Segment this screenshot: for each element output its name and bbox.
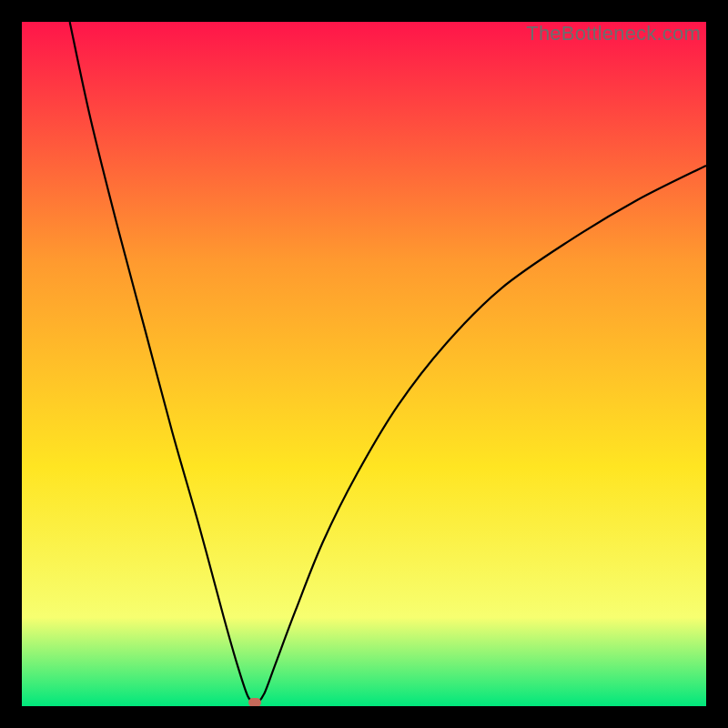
plot-area: TheBottleneck.com xyxy=(22,22,706,706)
chart-frame: TheBottleneck.com xyxy=(22,22,706,706)
bottleneck-curve xyxy=(22,22,706,706)
minimum-marker xyxy=(248,698,261,706)
